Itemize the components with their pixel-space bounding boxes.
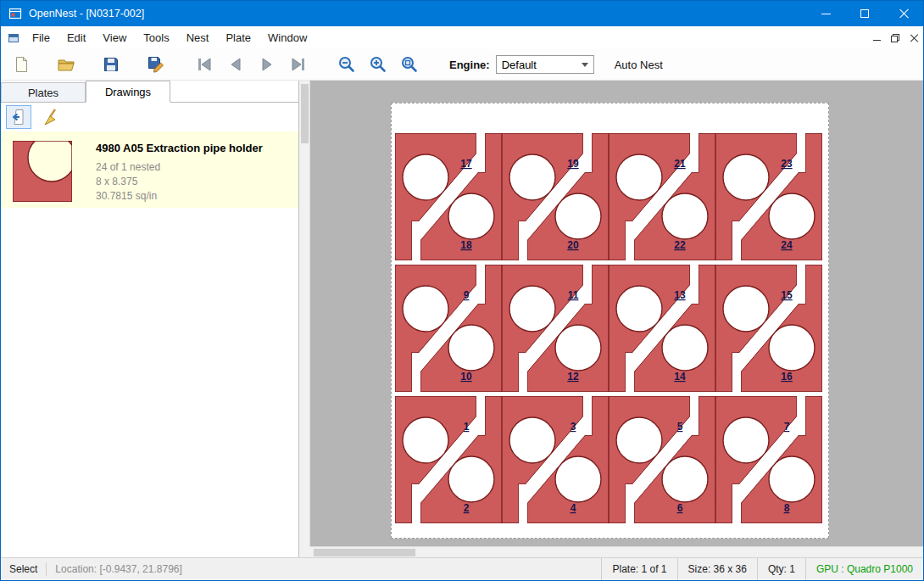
mdi-close-icon xyxy=(910,34,918,42)
zoom-out-icon xyxy=(337,55,356,74)
engine-label: Engine: xyxy=(449,59,490,71)
next-plate-button[interactable] xyxy=(253,52,281,77)
drawings-toolbar xyxy=(1,103,298,131)
part-number-label[interactable]: 15 xyxy=(781,289,793,301)
last-plate-button[interactable] xyxy=(285,52,312,77)
part-number-label[interactable]: 16 xyxy=(781,371,793,383)
app-window: OpenNest - [N0317-002] File Edit View To… xyxy=(0,0,924,581)
mdi-restore-icon xyxy=(891,34,899,42)
tab-plates[interactable]: Plates xyxy=(1,82,86,102)
part-number-label[interactable]: 24 xyxy=(781,239,793,251)
part-number-label[interactable]: 17 xyxy=(460,158,472,170)
nest-part-pair[interactable] xyxy=(395,396,502,523)
menu-plate[interactable]: Plate xyxy=(217,27,259,48)
maximize-button[interactable] xyxy=(845,1,884,26)
part-number-label[interactable]: 2 xyxy=(464,502,470,514)
part-number-label[interactable]: 10 xyxy=(460,371,472,383)
horizontal-scrollbar-thumb[interactable] xyxy=(314,549,415,556)
zoom-in-button[interactable] xyxy=(365,52,392,77)
part-number-label[interactable]: 11 xyxy=(568,289,579,301)
part-number-label[interactable]: 23 xyxy=(781,158,793,170)
clean-button[interactable] xyxy=(38,105,64,129)
first-plate-button[interactable] xyxy=(191,52,218,77)
part-number-label[interactable]: 1 xyxy=(464,421,470,433)
engine-value: Default xyxy=(502,59,537,71)
open-button[interactable] xyxy=(53,52,80,77)
new-document-button[interactable] xyxy=(8,52,35,77)
part-number-label[interactable]: 12 xyxy=(567,371,579,383)
status-qty: Qty: 1 xyxy=(757,558,805,580)
next-plate-icon xyxy=(258,55,276,74)
part-number-label[interactable]: 18 xyxy=(460,239,472,251)
status-location: Location: [-0.9437, 21.8796] xyxy=(47,563,190,575)
nest-part-pair[interactable] xyxy=(609,265,715,392)
part-number-label[interactable]: 22 xyxy=(674,239,686,251)
part-number-label[interactable]: 5 xyxy=(677,421,683,433)
menu-window[interactable]: Window xyxy=(259,27,315,48)
insert-drawing-button[interactable] xyxy=(6,105,31,129)
nest-part-pair[interactable] xyxy=(609,133,715,260)
nest-part-pair[interactable] xyxy=(715,133,822,260)
tabbar: Plates Drawings xyxy=(1,81,298,103)
status-size: Size: 36 x 36 xyxy=(677,558,757,580)
vertical-scrollbar[interactable] xyxy=(299,81,310,546)
menu-file[interactable]: File xyxy=(24,27,58,48)
drawing-nested-count: 24 of 1 nested xyxy=(96,160,263,175)
part-number-label[interactable]: 14 xyxy=(674,371,686,383)
save-edit-icon xyxy=(147,55,165,74)
previous-plate-button[interactable] xyxy=(222,52,249,77)
mdi-close-button[interactable] xyxy=(905,26,923,49)
nest-part-pair[interactable] xyxy=(395,265,502,392)
part-number-label[interactable]: 13 xyxy=(674,289,686,301)
part-number-label[interactable]: 6 xyxy=(677,502,683,514)
drawing-list-item[interactable]: 4980 A05 Extraction pipe holder 24 of 1 … xyxy=(1,131,298,208)
nest-part-pair[interactable] xyxy=(715,265,822,392)
auto-nest-button[interactable]: Auto Nest xyxy=(615,59,663,71)
menu-tools[interactable]: Tools xyxy=(135,27,177,48)
menu-nest[interactable]: Nest xyxy=(178,27,218,48)
part-number-label[interactable]: 19 xyxy=(567,158,579,170)
nest-part-pair[interactable] xyxy=(502,265,609,392)
nest-part-pair[interactable] xyxy=(609,396,715,523)
drawing-list-empty-space xyxy=(1,208,298,557)
mdi-restore-button[interactable] xyxy=(886,26,905,49)
window-title: OpenNest - [N0317-002] xyxy=(29,8,144,20)
zoom-out-button[interactable] xyxy=(333,52,360,77)
menu-edit[interactable]: Edit xyxy=(58,27,94,48)
status-gpu: GPU : Quadro P1000 xyxy=(805,558,923,580)
toolbar: Engine: Default Auto Nest xyxy=(1,49,923,81)
nest-part-pair[interactable] xyxy=(502,133,609,260)
nest-part-pair[interactable] xyxy=(395,133,502,260)
part-number-label[interactable]: 21 xyxy=(674,158,686,170)
minimize-button[interactable] xyxy=(806,1,845,26)
part-number-label[interactable]: 4 xyxy=(571,502,576,514)
insert-drawing-icon xyxy=(9,108,28,126)
broom-icon xyxy=(42,108,60,126)
menu-view[interactable]: View xyxy=(94,27,135,48)
new-document-icon xyxy=(13,56,30,73)
nest-part-pair[interactable] xyxy=(502,396,609,523)
horizontal-scrollbar[interactable] xyxy=(310,546,923,557)
zoom-fit-button[interactable] xyxy=(396,52,423,77)
vertical-scrollbar-thumb[interactable] xyxy=(301,84,309,143)
drawing-area: 30.7815 sq/in xyxy=(96,189,263,204)
engine-select[interactable]: Default xyxy=(496,55,594,74)
close-button[interactable] xyxy=(884,1,923,26)
part-number-label[interactable]: 9 xyxy=(464,289,470,301)
menubar: File Edit View Tools Nest Plate Window xyxy=(1,26,923,49)
save-button[interactable] xyxy=(97,52,125,77)
part-thumbnail xyxy=(6,136,84,204)
maximize-icon xyxy=(860,9,869,18)
part-number-label[interactable]: 3 xyxy=(571,421,576,433)
titlebar: OpenNest - [N0317-002] xyxy=(1,1,923,26)
nest-part-pair[interactable] xyxy=(715,396,822,523)
close-icon xyxy=(899,8,909,19)
part-number-label[interactable]: 7 xyxy=(784,421,790,433)
nest-canvas: 171819202122232491011121314151612345678 xyxy=(299,81,923,557)
part-number-label[interactable]: 8 xyxy=(784,502,790,514)
main-area: Plates Drawings xyxy=(1,81,923,557)
save-edit-button[interactable] xyxy=(142,52,170,77)
tab-drawings[interactable]: Drawings xyxy=(86,81,170,103)
mdi-minimize-button[interactable] xyxy=(867,26,886,49)
part-number-label[interactable]: 20 xyxy=(567,239,579,251)
